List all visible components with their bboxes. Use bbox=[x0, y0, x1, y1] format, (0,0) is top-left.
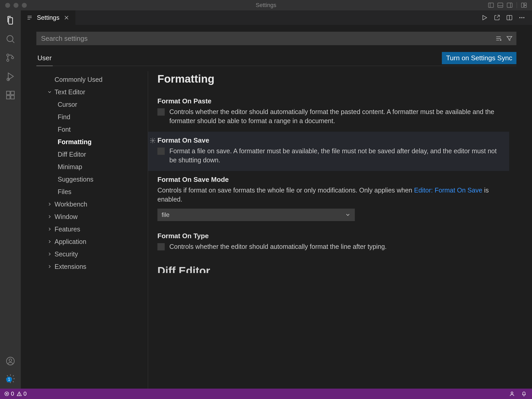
chevron-right-icon bbox=[47, 251, 52, 257]
status-bell-icon[interactable] bbox=[521, 391, 527, 397]
close-icon[interactable] bbox=[64, 15, 69, 21]
traffic-close[interactable] bbox=[5, 3, 10, 8]
window-traffic-lights bbox=[0, 3, 27, 8]
activity-extensions-icon[interactable] bbox=[5, 90, 16, 100]
toc-suggestions[interactable]: Suggestions bbox=[36, 173, 148, 185]
toc-features[interactable]: Features bbox=[36, 223, 148, 235]
setting-format-on-paste: Format On Paste Controls whether the edi… bbox=[157, 92, 507, 132]
toc-security[interactable]: Security bbox=[36, 248, 148, 260]
select-format-on-save-mode[interactable]: file bbox=[157, 209, 355, 221]
toc-files[interactable]: Files bbox=[36, 185, 148, 198]
toc-window[interactable]: Window bbox=[36, 210, 148, 223]
setting-format-on-save-mode: Format On Save Mode Controls if format o… bbox=[157, 171, 507, 227]
toggle-secondary-sidebar-icon[interactable] bbox=[506, 2, 513, 9]
customize-layout-icon[interactable] bbox=[521, 2, 527, 9]
svg-rect-16 bbox=[6, 91, 10, 95]
chevron-down-icon bbox=[47, 89, 52, 95]
toc-label: Formatting bbox=[58, 138, 92, 146]
toc-formatting[interactable]: Formatting bbox=[36, 136, 148, 148]
toggle-panel-icon[interactable] bbox=[497, 2, 504, 9]
checkbox-format-on-save[interactable] bbox=[157, 148, 165, 155]
select-value: file bbox=[162, 211, 170, 218]
svg-point-12 bbox=[7, 59, 9, 61]
split-editor-icon[interactable] bbox=[506, 14, 513, 21]
toc-cursor[interactable]: Cursor bbox=[36, 98, 148, 111]
status-errors[interactable]: 0 bbox=[4, 390, 14, 397]
svg-marker-14 bbox=[8, 73, 14, 80]
gear-icon[interactable] bbox=[150, 137, 156, 144]
activity-explorer-icon[interactable] bbox=[5, 15, 16, 25]
toc-text-editor[interactable]: Text Editor bbox=[36, 86, 148, 98]
setting-desc: Controls whether the editor should autom… bbox=[169, 242, 387, 251]
svg-point-9 bbox=[7, 36, 13, 42]
activity-manage-icon[interactable]: 1 bbox=[5, 374, 16, 384]
chevron-right-icon bbox=[47, 214, 52, 219]
toc-find[interactable]: Find bbox=[36, 111, 148, 123]
activity-run-debug-icon[interactable] bbox=[5, 71, 16, 82]
toc-workbench[interactable]: Workbench bbox=[36, 198, 148, 210]
next-section-title: Diff Editor bbox=[157, 265, 507, 273]
chevron-right-icon bbox=[47, 202, 52, 207]
checkbox-format-on-paste[interactable] bbox=[157, 108, 165, 116]
toc-label: Application bbox=[55, 238, 86, 245]
toc-commonly-used[interactable]: Commonly Used bbox=[36, 73, 148, 86]
open-json-icon[interactable] bbox=[494, 14, 500, 21]
link-editor-format-on-save[interactable]: Editor: Format On Save bbox=[414, 187, 482, 194]
status-bar: 0 0 bbox=[0, 389, 532, 399]
activity-accounts-icon[interactable] bbox=[5, 356, 16, 366]
svg-rect-4 bbox=[507, 3, 512, 7]
svg-rect-2 bbox=[498, 3, 503, 7]
setting-desc: Controls if format on save formats the w… bbox=[157, 186, 507, 204]
more-actions-icon[interactable] bbox=[518, 14, 525, 21]
traffic-max[interactable] bbox=[22, 3, 27, 8]
svg-rect-18 bbox=[11, 96, 14, 99]
toc-label: Security bbox=[55, 250, 78, 258]
setting-title: Format On Paste bbox=[157, 97, 507, 105]
toc-label: Minimap bbox=[58, 163, 82, 171]
toc-application[interactable]: Application bbox=[36, 235, 148, 248]
editor-actions bbox=[481, 10, 532, 25]
svg-rect-7 bbox=[524, 3, 527, 5]
svg-point-44 bbox=[19, 395, 19, 395]
svg-point-31 bbox=[519, 17, 520, 18]
toc-diff-editor[interactable]: Diff Editor bbox=[36, 148, 148, 161]
svg-rect-8 bbox=[524, 5, 527, 8]
run-icon[interactable] bbox=[481, 14, 488, 21]
scope-tab-user[interactable]: User bbox=[36, 52, 53, 66]
settings-toc[interactable]: Commonly Used Text Editor Cursor Find Fo… bbox=[36, 71, 148, 389]
settings-sync-button[interactable]: Turn on Settings Sync bbox=[442, 52, 516, 64]
search-input[interactable] bbox=[36, 32, 516, 45]
checkbox-format-on-type[interactable] bbox=[157, 243, 165, 250]
toc-label: Cursor bbox=[58, 101, 77, 108]
svg-point-39 bbox=[152, 140, 154, 141]
toc-extensions[interactable]: Extensions bbox=[36, 260, 148, 273]
traffic-min[interactable] bbox=[14, 3, 18, 8]
setting-desc: Controls whether the editor should autom… bbox=[169, 107, 507, 125]
settings-list[interactable]: Formatting Format On Paste Controls whet… bbox=[148, 71, 516, 389]
status-feedback-icon[interactable] bbox=[509, 391, 515, 397]
toc-minimap[interactable]: Minimap bbox=[36, 161, 148, 173]
setting-format-on-save: Format On Save Format a file on save. A … bbox=[148, 132, 509, 171]
activity-search-icon[interactable] bbox=[5, 34, 16, 44]
svg-rect-19 bbox=[11, 91, 14, 95]
setting-title: Format On Save Mode bbox=[157, 176, 507, 184]
chevron-right-icon bbox=[47, 264, 52, 269]
title-layout-icons bbox=[488, 2, 532, 9]
svg-point-21 bbox=[9, 359, 12, 362]
status-warnings[interactable]: 0 bbox=[17, 390, 26, 397]
toc-label: Workbench bbox=[55, 201, 87, 208]
chevron-right-icon bbox=[47, 227, 52, 232]
clear-search-icon[interactable] bbox=[495, 35, 502, 42]
filter-icon[interactable] bbox=[506, 35, 513, 42]
toc-label: Extensions bbox=[55, 263, 86, 270]
activity-source-control-icon[interactable] bbox=[5, 52, 16, 63]
status-errors-count: 0 bbox=[11, 390, 14, 397]
svg-point-33 bbox=[523, 17, 524, 18]
toc-label: Text Editor bbox=[55, 88, 85, 96]
svg-rect-6 bbox=[521, 3, 524, 7]
tab-settings[interactable]: Settings bbox=[21, 10, 75, 25]
setting-desc: Format a file on save. A formatter must … bbox=[169, 147, 504, 165]
toc-font[interactable]: Font bbox=[36, 123, 148, 136]
activity-bar: 1 bbox=[0, 10, 21, 389]
toggle-primary-sidebar-icon[interactable] bbox=[488, 2, 494, 9]
